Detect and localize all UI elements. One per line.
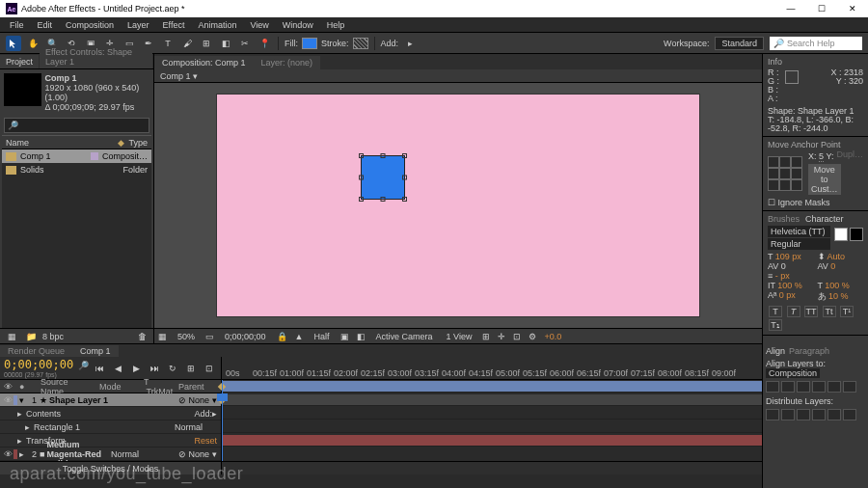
dist-button[interactable]	[812, 409, 826, 420]
align-to-dropdown[interactable]: Composition	[766, 368, 820, 378]
minimize-button[interactable]: —	[781, 4, 800, 14]
text-tool[interactable]: T	[160, 36, 176, 51]
eye-icon[interactable]: 👁	[4, 395, 14, 405]
timeline-btn[interactable]: ⊡	[202, 361, 217, 376]
eraser-tool[interactable]: ◧	[218, 36, 233, 51]
align-hcenter-button[interactable]	[781, 381, 795, 393]
ignore-masks-checkbox[interactable]: ☐	[768, 198, 775, 207]
add-dropdown[interactable]: ▸	[402, 36, 418, 51]
resize-handle[interactable]	[359, 197, 364, 202]
dropdown-icon[interactable]: ▾	[193, 71, 198, 81]
layer-shape1[interactable]: 👁 ▾ 1 ★ Shape Layer 1 ⊘ None ▾	[0, 393, 221, 407]
font-size-input[interactable]: 109 px	[775, 252, 801, 261]
selection-tool[interactable]	[6, 36, 21, 51]
layer-label[interactable]	[14, 395, 17, 405]
expand-icon[interactable]: ▸	[19, 449, 24, 459]
smallcaps-button[interactable]: Tt	[823, 306, 836, 317]
style-dropdown[interactable]: Regular	[768, 238, 830, 250]
zoom-dropdown[interactable]: 50%	[175, 332, 198, 341]
kerning-input[interactable]: 0	[781, 261, 786, 271]
resize-handle[interactable]	[402, 176, 407, 180]
timeline-btn[interactable]: ⏮	[92, 361, 107, 376]
search-help-input[interactable]: 🔎 Search Help	[770, 37, 862, 50]
timeline-btn[interactable]: ⊞	[183, 361, 199, 376]
tsume-input[interactable]: 10 %	[828, 291, 849, 301]
italic-button[interactable]: T	[787, 306, 800, 317]
layer-bar-contents[interactable]	[222, 394, 849, 405]
menu-help[interactable]: Help	[321, 19, 351, 31]
col-type[interactable]: Type	[128, 138, 148, 148]
layer-bar-solid[interactable]	[222, 435, 849, 446]
vscale-input[interactable]: 100 %	[777, 281, 802, 290]
hand-tool[interactable]: ✋	[25, 36, 41, 51]
align-vcenter-button[interactable]	[827, 381, 841, 393]
views-dropdown[interactable]: 1 View	[444, 332, 475, 341]
expand-icon[interactable]: ▾	[19, 395, 24, 405]
reset-link[interactable]: Reset	[194, 436, 217, 446]
subscript-button[interactable]: T₁	[769, 319, 782, 331]
playhead[interactable]	[222, 380, 223, 461]
font-dropdown[interactable]: Helvetica (TT)	[768, 226, 830, 237]
layer-bar-shape1[interactable]	[222, 381, 849, 392]
col-label-icon[interactable]: ◆	[118, 138, 124, 148]
menu-window[interactable]: Window	[277, 19, 319, 31]
timeline-btn[interactable]: ▶	[128, 361, 144, 376]
menu-file[interactable]: File	[4, 19, 30, 31]
time-display[interactable]: 0;00;00;00	[222, 332, 269, 341]
brush-tool[interactable]: 🖌	[179, 36, 195, 51]
timeline-btn[interactable]: ◀	[110, 361, 125, 376]
layer-contents[interactable]: ▸ Contents Add: ▸	[0, 407, 221, 420]
project-tab[interactable]: Project	[0, 55, 39, 68]
viewer-icon[interactable]: ⊡	[513, 332, 521, 341]
parent-col[interactable]: Parent	[178, 382, 217, 392]
layer-label[interactable]	[14, 449, 17, 459]
timeline-btn[interactable]: ⏭	[147, 361, 162, 376]
render-queue-tab[interactable]: Render Queue	[0, 345, 72, 357]
new-folder-icon[interactable]: 📁	[23, 329, 39, 344]
menu-layer[interactable]: Layer	[122, 19, 155, 31]
dist-button[interactable]	[827, 409, 841, 420]
hscale-input[interactable]: 100 %	[825, 281, 850, 290]
col-name[interactable]: Name	[6, 138, 118, 148]
text-stroke-swatch[interactable]	[850, 228, 863, 241]
tracking-input[interactable]: 0	[830, 261, 835, 271]
align-right-button[interactable]	[797, 381, 810, 393]
tree-item-comp1[interactable]: Comp 1 Composit…	[2, 149, 151, 163]
move-anchor-button[interactable]: Move to Cust…	[808, 164, 841, 195]
menu-composition[interactable]: Composition	[60, 19, 120, 31]
exposure-value[interactable]: +0.0	[544, 332, 561, 341]
resize-handle[interactable]	[402, 153, 407, 158]
timeline-comp-tab[interactable]: Comp 1	[72, 345, 119, 357]
roto-tool[interactable]: ✂	[237, 36, 253, 51]
search-icon[interactable]: 🔎	[78, 361, 89, 376]
resize-handle[interactable]	[359, 176, 364, 180]
superscript-button[interactable]: T¹	[840, 306, 854, 317]
stroke-color-swatch[interactable]	[353, 38, 368, 49]
dist-button[interactable]	[766, 409, 779, 420]
resize-handle[interactable]	[381, 153, 386, 158]
timeline-btn[interactable]: ↻	[165, 361, 180, 376]
grid-icon[interactable]: ▦	[158, 332, 167, 341]
stamp-tool[interactable]: ⊞	[199, 36, 214, 51]
maximize-button[interactable]: ☐	[812, 4, 831, 14]
viewer-icon[interactable]: ▭	[205, 332, 214, 341]
resolution-dropdown[interactable]: Half	[311, 332, 332, 341]
anchor-grid[interactable]	[768, 156, 802, 191]
bold-button[interactable]: T	[769, 306, 782, 317]
close-button[interactable]: ✕	[843, 4, 862, 14]
composition-tab[interactable]: Composition: Comp 1	[154, 56, 254, 69]
menu-effect[interactable]: Effect	[157, 19, 191, 31]
workspace-dropdown[interactable]: Standard	[715, 37, 764, 50]
expand-icon[interactable]: ▸	[17, 436, 22, 446]
viewer-icon[interactable]: ▣	[340, 332, 349, 341]
align-bottom-button[interactable]	[843, 381, 856, 393]
baseline-input[interactable]: 0 px	[779, 290, 796, 300]
resize-handle[interactable]	[402, 197, 407, 202]
project-search-input[interactable]	[21, 121, 146, 130]
puppet-tool[interactable]: 📍	[257, 36, 272, 51]
composition-viewport[interactable]	[154, 83, 762, 328]
resize-handle[interactable]	[359, 153, 364, 158]
composition-canvas[interactable]	[217, 95, 699, 316]
viewer-icon[interactable]: ⊞	[482, 332, 490, 341]
shape-layer-rectangle[interactable]	[362, 156, 404, 199]
